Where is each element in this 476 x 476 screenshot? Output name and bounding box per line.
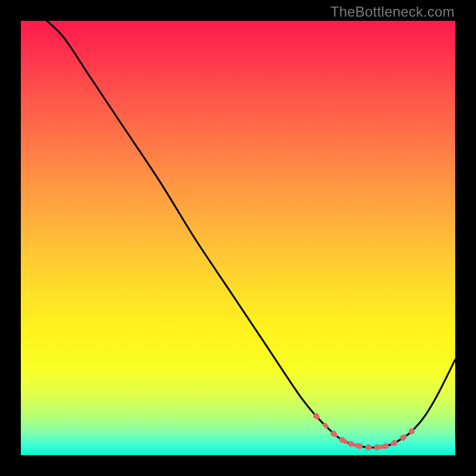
highlight-dot (374, 444, 380, 450)
bottleneck-curve (47, 21, 455, 447)
highlight-dot (383, 443, 389, 449)
highlight-dot (392, 440, 397, 446)
highlight-dot (313, 413, 319, 419)
highlight-dot (348, 441, 354, 447)
chart-frame: TheBottleneck.com (0, 0, 476, 476)
highlight-dot (400, 435, 406, 441)
highlight-dot (356, 443, 362, 449)
curve-layer (21, 21, 455, 455)
plot-area (21, 21, 455, 455)
highlight-dot (365, 444, 371, 450)
highlight-dots (313, 413, 415, 450)
highlight-dot (331, 431, 337, 437)
highlight-dot (409, 428, 415, 434)
watermark-text: TheBottleneck.com (330, 4, 455, 20)
highlight-dot (339, 437, 345, 443)
curve-path (47, 21, 455, 447)
